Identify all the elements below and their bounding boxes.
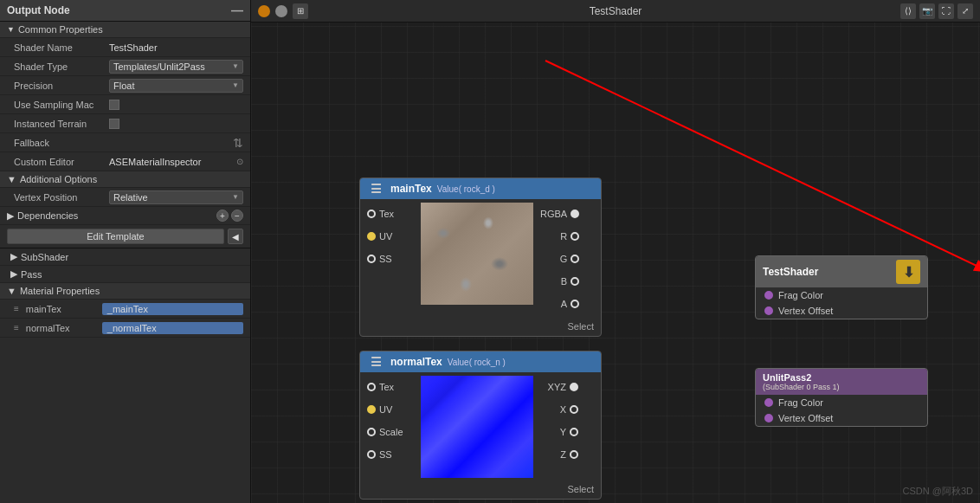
menu-icon[interactable]: ☰ (367, 182, 385, 196)
ntpin-uv: UV (360, 402, 421, 417)
shader-type-dropdown[interactable]: Templates/Unlit2Pass ▼ (109, 60, 243, 74)
maintex-body: Tex UV SS RGBA R (360, 199, 601, 319)
menu-icon[interactable]: ☰ (367, 355, 385, 369)
unlitpass2-node[interactable]: UnlitPass2 (SubShader 0 Pass 1) Frag Col… (755, 368, 928, 427)
equals-icon: ≡ (14, 323, 19, 332)
use-sampling-mask-checkbox[interactable] (109, 100, 119, 110)
unlitpass2-node-box: UnlitPass2 (SubShader 0 Pass 1) Frag Col… (755, 368, 928, 427)
normaltex-pins-right: XYZ X Y Z (533, 376, 585, 478)
vertex-offset-dot (764, 306, 773, 315)
toolbar-right: ⟨⟩ 📷 ⛶ ⤢ (900, 3, 973, 19)
npin-xyz: XYZ (541, 379, 585, 395)
main-canvas[interactable]: ⊞ TestShader ⟨⟩ 📷 ⛶ ⤢ ☰ mainTex Value( r… (251, 0, 980, 503)
vertex-position-label: Vertex Position (14, 192, 109, 203)
normaltex-pins-left: Tex UV Scale SS (360, 376, 421, 478)
additional-options-label: Additional Options (20, 174, 97, 184)
testshader-node-box: TestShader ⬇ Frag Color Vertex Offset (755, 255, 928, 319)
fullscreen-icon[interactable]: ⛶ (938, 3, 954, 19)
fallback-icon[interactable]: ⇅ (233, 136, 243, 150)
pin-dot-ntex (367, 383, 376, 391)
npin-y: Y (553, 424, 585, 440)
pin-label-xyz: XYZ (548, 382, 566, 392)
fallback-label: Fallback (14, 138, 109, 148)
instanced-terrain-checkbox[interactable] (109, 119, 119, 129)
additional-options-header: ▼ Additional Options (0, 171, 250, 188)
custom-editor-icon[interactable]: ⊙ (236, 157, 243, 166)
chevron-right-icon: ▶ (7, 210, 14, 222)
chevron-down-icon: ▼ (232, 81, 239, 89)
download-icon[interactable]: ⬇ (896, 260, 920, 284)
pin-label-y: Y (560, 427, 566, 437)
select-label: Select (567, 321, 594, 332)
pin-label-g: G (560, 254, 568, 264)
expand-icon[interactable]: ⤢ (957, 3, 973, 19)
pin-label-rgba: RGBA (540, 209, 567, 219)
canvas-title: TestShader (590, 5, 642, 17)
use-sampling-mask-label: Use Sampling Mac (14, 100, 109, 110)
equals-icon: ≡ (14, 304, 19, 313)
dependencies-text: Dependencies (17, 210, 78, 221)
testshader-frag-pin: Frag Color (756, 287, 927, 303)
shader-name-label: Shader Name (14, 42, 109, 53)
precision-value: Float (113, 81, 134, 91)
rock-texture-image-1 (421, 203, 533, 305)
pin-dot-xyz (570, 383, 578, 391)
normaltex-title: normalTex (390, 356, 442, 368)
toolbar-left: ⊞ (258, 3, 308, 19)
pin-label-tex: Tex (379, 209, 394, 219)
normaltex-preview (421, 376, 533, 478)
pin-dot-r (571, 232, 579, 241)
pin-label-nuv: UV (379, 404, 392, 415)
pin-label-uv: UV (379, 231, 392, 242)
camera-icon[interactable]: 📷 (919, 3, 935, 19)
custom-editor-value: ASEMaterialInspector (109, 157, 236, 167)
template-arrow-button[interactable]: ◀ (228, 229, 243, 244)
pin-g: G (553, 251, 587, 267)
pin-a: A (554, 296, 586, 312)
normaltex-subtitle: Value( rock_n ) (448, 358, 506, 367)
share-icon[interactable]: ⟨⟩ (900, 3, 916, 19)
maintex-pins-right: RGBA R G B A (533, 203, 586, 315)
testshader-title: TestShader (763, 266, 818, 278)
add-dependency-button[interactable]: + (216, 210, 229, 222)
unlitpass2-header: UnlitPass2 (SubShader 0 Pass 1) (756, 369, 927, 395)
panel-title: Output Node (7, 4, 70, 16)
unlitpass2-subtitle: (SubShader 0 Pass 1) (763, 383, 920, 391)
pin-label-z: Z (560, 449, 566, 460)
dependencies-label: ▶ Dependencies (7, 210, 78, 222)
normaltex-node[interactable]: ☰ normalTex Value( rock_n ) Tex UV Scale (359, 351, 602, 500)
pass-item[interactable]: ▶ Pass (0, 266, 250, 283)
unlitpass2-frag-pin: Frag Color (756, 395, 927, 410)
gray-circle-icon[interactable] (275, 5, 287, 17)
maintex-footer: Select (360, 319, 601, 336)
precision-dropdown[interactable]: Float ▼ (109, 79, 243, 93)
left-panel: Output Node — ▼ Common Properties Shader… (0, 0, 251, 503)
subshader-item[interactable]: ▶ SubShader (0, 248, 250, 266)
remove-dependency-button[interactable]: − (231, 210, 243, 222)
normaltex-footer: Select (360, 481, 601, 499)
watermark: CSDN @阿秋3D (903, 485, 973, 498)
chevron-right-icon: ▶ (10, 268, 17, 280)
pin-uv: UV (360, 229, 421, 244)
maintex-node[interactable]: ☰ mainTex Value( rock_d ) Tex UV SS (359, 177, 602, 337)
orange-circle-icon[interactable] (258, 5, 270, 17)
chevron-down-icon: ▼ (232, 62, 239, 70)
top-toolbar: ⊞ TestShader ⟨⟩ 📷 ⛶ ⤢ (251, 0, 980, 23)
maintex-subtitle: Value( rock_d ) (437, 184, 495, 194)
grid-icon[interactable]: ⊞ (293, 3, 308, 19)
pin-label-r: R (560, 231, 567, 242)
maintex-value: _mainTex (102, 303, 243, 315)
close-panel-button[interactable]: — (231, 3, 243, 17)
vertex-position-row: Vertex Position Relative ▼ (0, 188, 250, 207)
maintex-name: mainTex (26, 304, 95, 314)
testshader-output-node[interactable]: TestShader ⬇ Frag Color Vertex Offset (755, 255, 928, 319)
pin-dot-tex (367, 210, 376, 218)
pin-ss: SS (360, 251, 421, 267)
shader-type-value: Templates/Unlit2Pass (113, 61, 205, 72)
unlitpass2-title: UnlitPass2 (763, 372, 920, 383)
edit-template-button[interactable]: Edit Template (7, 229, 224, 244)
pin-dot-a (571, 300, 579, 308)
pin-label-ss: SS (379, 254, 392, 264)
vertex-position-dropdown[interactable]: Relative ▼ (109, 190, 243, 204)
mat-prop-normaltex: ≡ normalTex _normalTex (0, 319, 250, 338)
